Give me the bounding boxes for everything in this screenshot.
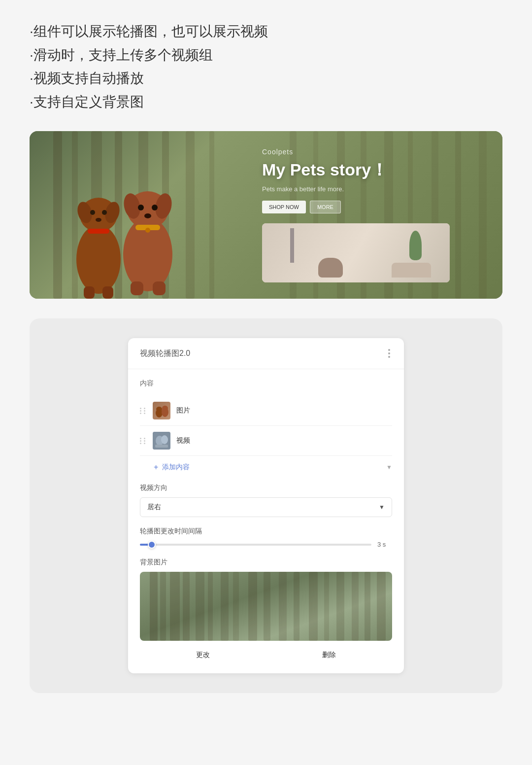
direction-value: 居右 xyxy=(147,503,161,512)
dot2 xyxy=(388,352,390,354)
slider-value: 3 s xyxy=(377,541,392,548)
bg-image-thumb xyxy=(140,572,392,641)
feature-line-2: ·滑动时，支持上传多个视频组 xyxy=(30,43,502,67)
forest-lines xyxy=(140,572,392,641)
direction-field-section: 视频方向 居右 ▼ xyxy=(140,484,392,517)
interval-label: 轮播图更改时间间隔 xyxy=(140,527,392,536)
menu-dots-button[interactable] xyxy=(386,347,392,360)
direction-arrow-icon: ▼ xyxy=(379,504,385,511)
svg-point-5 xyxy=(102,210,107,215)
svg-point-6 xyxy=(96,218,101,222)
drag-handle-image[interactable] xyxy=(140,408,147,414)
delete-bg-button[interactable]: 删除 xyxy=(312,647,346,663)
slider-track[interactable] xyxy=(140,544,371,546)
add-icon: + xyxy=(154,463,158,472)
feature-line-4: ·支持自定义背景图 xyxy=(30,90,502,114)
thumb-video-icon xyxy=(153,432,170,450)
plant-shape xyxy=(409,231,422,260)
thumb-dogs-icon xyxy=(154,403,169,418)
svg-point-17 xyxy=(144,213,151,218)
lamp-shape xyxy=(290,228,294,263)
panel-title: 视频轮播图2.0 xyxy=(140,348,190,359)
svg-point-28 xyxy=(161,435,168,444)
svg-point-25 xyxy=(162,406,168,411)
add-content-label: 添加内容 xyxy=(162,463,190,472)
panel-body: 内容 xyxy=(128,369,404,673)
banner-brand: Coolpets xyxy=(262,148,483,156)
settings-panel: 视频轮播图2.0 内容 xyxy=(128,338,404,673)
svg-rect-19 xyxy=(153,281,166,295)
content-item-video: 视频 xyxy=(140,426,392,456)
svg-point-21 xyxy=(145,228,150,233)
feature-line-1: ·组件可以展示轮播图，也可以展示视频 xyxy=(30,20,502,43)
feature-list: ·组件可以展示轮播图，也可以展示视频 ·滑动时，支持上传多个视频组 ·视频支持自… xyxy=(30,20,502,113)
add-content-arrow: ▼ xyxy=(386,464,392,471)
more-button[interactable]: MORE xyxy=(310,201,341,213)
bg-image-label: 背景图片 xyxy=(140,558,392,567)
people-scene xyxy=(262,223,450,282)
panel-header: 视频轮播图2.0 xyxy=(128,338,404,369)
drag-handle-video[interactable] xyxy=(140,438,147,444)
sofa-shape xyxy=(392,263,431,278)
feature-line-3: ·视频支持自动播放 xyxy=(30,67,502,90)
banner-buttons: SHOP NOW MORE xyxy=(262,201,483,213)
interval-section: 轮播图更改时间间隔 3 s xyxy=(140,527,392,548)
content-item-image: 图片 xyxy=(140,396,392,426)
image-thumb xyxy=(153,402,170,419)
svg-rect-9 xyxy=(88,229,109,234)
person1-shape xyxy=(337,238,354,278)
svg-rect-7 xyxy=(84,286,95,299)
banner-title: My Pets story！ xyxy=(262,159,483,181)
content-section-label: 内容 xyxy=(140,379,392,388)
dogs-area xyxy=(59,151,217,299)
image-item-label: 图片 xyxy=(176,406,190,415)
svg-point-23 xyxy=(156,407,162,412)
direction-select[interactable]: 居右 ▼ xyxy=(140,497,392,517)
banner-subtitle: Pets make a better life more. xyxy=(262,185,483,193)
dog2-svg xyxy=(108,151,187,299)
person2-shape xyxy=(360,243,374,278)
bg-image-section: 背景图片 xyxy=(140,558,392,663)
banner-content-overlay: Coolpets My Pets story！ Pets make a bett… xyxy=(242,131,502,299)
bg-image-actions: 更改 删除 xyxy=(140,647,392,663)
slider-thumb[interactable] xyxy=(148,541,156,549)
panel-container: 视频轮播图2.0 内容 xyxy=(30,318,502,693)
banner-preview: Coolpets My Pets story！ Pets make a bett… xyxy=(30,131,502,299)
svg-rect-18 xyxy=(131,281,143,295)
video-item-label: 视频 xyxy=(176,436,190,445)
slider-row: 3 s xyxy=(140,541,392,548)
thumb-video-inner xyxy=(153,432,170,450)
video-card-inner xyxy=(262,223,450,282)
dot3 xyxy=(388,356,390,358)
svg-point-4 xyxy=(90,210,95,215)
video-thumb xyxy=(153,432,170,450)
thumb-dogs-inner xyxy=(153,402,170,419)
direction-field-label: 视频方向 xyxy=(140,484,392,492)
svg-point-15 xyxy=(138,205,144,210)
video-card-preview xyxy=(262,223,450,282)
svg-point-16 xyxy=(152,205,158,210)
add-content-row[interactable]: + 添加内容 ▼ xyxy=(140,456,392,474)
shop-now-button[interactable]: SHOP NOW xyxy=(262,201,306,213)
change-bg-button[interactable]: 更改 xyxy=(186,647,220,663)
dot1 xyxy=(388,349,390,351)
svg-rect-29 xyxy=(155,445,168,448)
